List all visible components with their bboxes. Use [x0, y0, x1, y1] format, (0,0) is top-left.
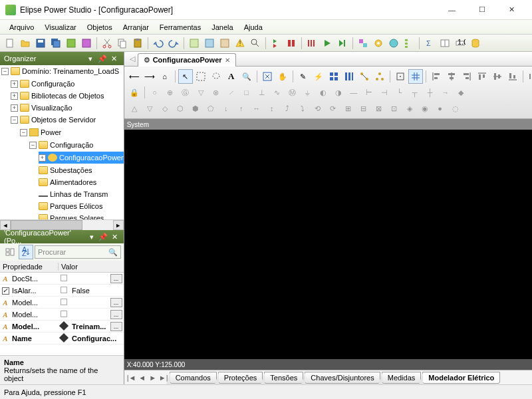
- undo-icon[interactable]: [151, 36, 166, 51]
- red-bars-icon[interactable]: [305, 36, 319, 51]
- select-icon[interactable]: [194, 69, 208, 84]
- pin-icon[interactable]: 📌: [98, 231, 108, 242]
- tree-item-selected[interactable]: ConfiguracaoPower: [59, 152, 124, 163]
- canvas[interactable]: [124, 130, 532, 359]
- pt-icon[interactable]: ◑: [331, 85, 346, 100]
- new-icon[interactable]: [3, 36, 17, 51]
- btab-first-icon[interactable]: |◄: [127, 374, 136, 382]
- menu-ferramentas[interactable]: Ferramentas: [156, 22, 205, 33]
- align-right-icon[interactable]: [460, 69, 474, 84]
- menu-ajuda[interactable]: Ajuda: [240, 22, 267, 33]
- bottom-tab-medidas[interactable]: Medidas: [382, 372, 422, 384]
- el-6-icon[interactable]: ⬠: [203, 101, 218, 116]
- cross-icon[interactable]: ┼: [423, 85, 438, 100]
- bottom-tab-chavesdisjuntores[interactable]: Chaves/Disjuntores: [305, 372, 380, 384]
- zoom-icon[interactable]: 🔍: [239, 69, 254, 84]
- search-input[interactable]: Procurar🔍: [35, 245, 121, 259]
- cols-icon[interactable]: [342, 69, 356, 84]
- el-13-icon[interactable]: ⟲: [311, 101, 325, 116]
- tree-item[interactable]: Visualização: [31, 102, 72, 113]
- col-value[interactable]: Valor: [59, 263, 124, 271]
- prop-value[interactable]: Treinam...: [69, 323, 110, 331]
- redo-icon[interactable]: [166, 36, 181, 51]
- el-2-icon[interactable]: ▽: [142, 101, 157, 116]
- globe-icon[interactable]: [386, 36, 401, 51]
- property-row[interactable]: AModel......: [0, 309, 124, 321]
- btab-prev-icon[interactable]: ◄: [138, 374, 147, 382]
- close-panel-icon[interactable]: ✕: [109, 53, 120, 64]
- pan-icon[interactable]: ✋: [275, 69, 290, 84]
- expander-icon[interactable]: −: [11, 116, 18, 124]
- export-icon[interactable]: [64, 36, 78, 51]
- tab-configuracaopower[interactable]: ⚙ ConfiguracaoPower ✕: [138, 53, 236, 66]
- el-22-icon[interactable]: ◌: [448, 101, 463, 116]
- el-17-icon[interactable]: ⊠: [372, 101, 386, 116]
- el-14-icon[interactable]: ⟳: [326, 101, 340, 116]
- bottom-tab-comandos[interactable]: Comandos: [170, 372, 217, 384]
- tree-root[interactable]: Domínio: Treinamento_LoadS: [22, 66, 119, 76]
- ct-icon[interactable]: ◐: [316, 85, 331, 100]
- import-icon[interactable]: [79, 36, 94, 51]
- el-1-icon[interactable]: △: [127, 101, 142, 116]
- tree-item[interactable]: Configuração: [50, 140, 93, 150]
- tree-item[interactable]: Parques Solares: [50, 213, 104, 219]
- ellipsis-button[interactable]: ...: [110, 322, 122, 331]
- el-18-icon[interactable]: ⊡: [387, 101, 402, 116]
- saveall-icon[interactable]: [49, 36, 63, 51]
- align-mid-icon[interactable]: [490, 69, 505, 84]
- menu-arquivo[interactable]: Arquivo: [5, 22, 38, 33]
- el-19-icon[interactable]: ◈: [402, 101, 417, 116]
- category-icon[interactable]: [3, 245, 17, 259]
- el-8-icon[interactable]: ↑: [234, 101, 249, 116]
- brk-icon[interactable]: □: [239, 85, 254, 100]
- el-10-icon[interactable]: ↕: [265, 101, 279, 116]
- edit-icon[interactable]: ✎: [296, 69, 311, 84]
- term-icon[interactable]: ⊣: [377, 85, 392, 100]
- cut-icon[interactable]: [100, 36, 114, 51]
- chevron-down-icon[interactable]: ▾: [85, 53, 96, 64]
- bottom-tab-modeladoreltrico[interactable]: Modelador Elétrico: [422, 372, 500, 384]
- tb-b-icon[interactable]: [202, 36, 217, 51]
- scale-icon[interactable]: 1.0: [453, 36, 467, 51]
- expander-icon[interactable]: +: [11, 104, 18, 112]
- node-icon[interactable]: [372, 69, 387, 84]
- menu-arranjar[interactable]: Arranjar: [119, 22, 153, 33]
- el-20-icon[interactable]: ◉: [418, 101, 432, 116]
- tee-icon[interactable]: ┬: [408, 85, 422, 100]
- circle-icon[interactable]: ○: [148, 85, 162, 100]
- menu-janela[interactable]: Janela: [207, 22, 237, 33]
- play-icon[interactable]: [320, 36, 334, 51]
- el-3-icon[interactable]: ◇: [158, 101, 172, 116]
- tree-item[interactable]: Configuração: [31, 78, 74, 89]
- tree-item[interactable]: Alimentadores: [50, 177, 96, 188]
- conn-icon[interactable]: ⊢: [362, 85, 376, 100]
- el-5-icon[interactable]: ⬢: [188, 101, 203, 116]
- nav-back-icon[interactable]: ⟵: [127, 69, 142, 84]
- elbow-icon[interactable]: └: [392, 85, 407, 100]
- expander-icon[interactable]: −: [1, 68, 9, 75]
- scroll-right-icon[interactable]: ►: [113, 220, 124, 230]
- reac-icon[interactable]: ∿: [270, 85, 285, 100]
- close-button[interactable]: ✕: [497, 1, 527, 19]
- tab-close-icon[interactable]: ✕: [225, 57, 230, 64]
- line2-icon[interactable]: —: [346, 85, 361, 100]
- bottom-tab-protees[interactable]: Proteções: [218, 372, 263, 384]
- puzzle-icon[interactable]: [356, 36, 370, 51]
- warning-icon[interactable]: !: [233, 36, 247, 51]
- el-9-icon[interactable]: ↔: [249, 101, 264, 116]
- ellipsis-button[interactable]: ...: [110, 310, 122, 319]
- bolt-icon[interactable]: ⚡: [311, 69, 326, 84]
- tree-hscroll[interactable]: ◄ ►: [0, 219, 124, 230]
- expander-icon[interactable]: +: [39, 154, 46, 162]
- el-16-icon[interactable]: ⊟: [356, 101, 371, 116]
- pointer-icon[interactable]: ↖: [178, 69, 193, 84]
- copy-icon[interactable]: [115, 36, 130, 51]
- expander-icon[interactable]: +: [11, 80, 18, 88]
- snap-icon[interactable]: [393, 69, 408, 84]
- align-bot-icon[interactable]: [505, 69, 520, 84]
- col-property[interactable]: Propriedade: [0, 263, 59, 271]
- dist-h-icon[interactable]: [526, 69, 532, 84]
- prop-value[interactable]: Configurac...: [69, 334, 124, 342]
- text-icon[interactable]: A: [224, 69, 239, 84]
- expander-icon[interactable]: +: [11, 92, 18, 100]
